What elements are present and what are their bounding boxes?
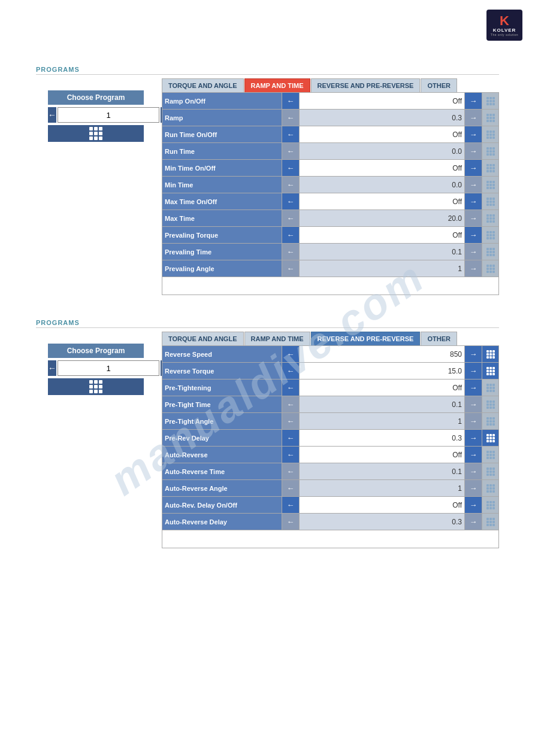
left-arrow-btn-4[interactable]: ← [283, 162, 298, 175]
left-arrow-cell-3[interactable]: ← [282, 143, 300, 160]
left-arrow-cell-6[interactable]: ← [282, 447, 300, 463]
right-arrow-cell-9[interactable]: → [465, 497, 482, 514]
right-arrow-cell-3[interactable]: → [465, 143, 482, 160]
left-arrow-cell-4[interactable]: ← [282, 160, 300, 177]
right-arrow-cell-10[interactable]: → [465, 514, 482, 530]
left-arrow-cell-1[interactable]: ← [282, 363, 300, 379]
left-arrow-btn-1[interactable]: ← [283, 365, 298, 378]
left-arrow-cell-8[interactable]: ← [282, 480, 300, 497]
grid-btn-2[interactable] [48, 378, 144, 395]
right-arrow-btn-8[interactable]: → [466, 482, 480, 495]
grid-cell-1[interactable] [482, 363, 499, 379]
tab-torque-angle-1[interactable]: TORQUE AND ANGLE [162, 78, 244, 92]
left-arrow-cell-9[interactable]: ← [282, 244, 300, 260]
right-arrow-cell-4[interactable]: → [465, 160, 482, 177]
left-arrow-btn-1[interactable]: ← [283, 111, 298, 125]
left-arrow-cell-7[interactable]: ← [282, 210, 300, 227]
right-arrow-btn-4[interactable]: → [466, 162, 480, 175]
left-arrow-btn-6[interactable]: ← [283, 195, 298, 208]
nav-prev-btn-1[interactable]: ← [48, 107, 56, 123]
left-arrow-btn-10[interactable]: ← [283, 515, 298, 529]
right-arrow-btn-10[interactable]: → [466, 515, 480, 529]
right-arrow-cell-7[interactable]: → [465, 210, 482, 227]
choose-program-btn-1[interactable]: Choose Program [48, 90, 144, 105]
left-arrow-btn-3[interactable]: ← [283, 398, 298, 411]
left-arrow-btn-7[interactable]: ← [283, 212, 298, 225]
left-arrow-btn-10[interactable]: ← [283, 262, 298, 275]
right-arrow-cell-1[interactable]: → [465, 363, 482, 379]
left-arrow-cell-0[interactable]: ← [282, 346, 300, 363]
right-arrow-btn-5[interactable]: → [466, 432, 480, 445]
tab-reverse-2[interactable]: REVERSE AND PRE-REVERSE [311, 332, 421, 345]
right-arrow-cell-0[interactable]: → [465, 93, 482, 110]
right-arrow-cell-6[interactable]: → [465, 193, 482, 210]
right-arrow-btn-5[interactable]: → [466, 178, 480, 192]
left-arrow-cell-1[interactable]: ← [282, 110, 300, 126]
left-arrow-cell-6[interactable]: ← [282, 193, 300, 210]
right-arrow-btn-9[interactable]: → [466, 499, 480, 512]
right-arrow-cell-2[interactable]: → [465, 126, 482, 143]
left-arrow-cell-7[interactable]: ← [282, 463, 300, 480]
right-arrow-btn-6[interactable]: → [466, 195, 480, 208]
left-arrow-btn-0[interactable]: ← [283, 348, 298, 361]
left-arrow-btn-5[interactable]: ← [283, 178, 298, 192]
right-arrow-btn-7[interactable]: → [466, 212, 480, 225]
left-arrow-cell-3[interactable]: ← [282, 396, 300, 413]
right-arrow-cell-1[interactable]: → [465, 110, 482, 126]
right-arrow-btn-8[interactable]: → [466, 229, 480, 242]
right-arrow-btn-2[interactable]: → [466, 128, 480, 141]
right-arrow-btn-7[interactable]: → [466, 465, 480, 478]
left-arrow-cell-10[interactable]: ← [282, 514, 300, 530]
right-arrow-btn-6[interactable]: → [466, 448, 480, 462]
left-arrow-btn-7[interactable]: ← [283, 465, 298, 478]
right-arrow-btn-1[interactable]: → [466, 111, 480, 125]
right-arrow-cell-8[interactable]: → [465, 480, 482, 497]
right-arrow-btn-2[interactable]: → [466, 381, 480, 394]
tab-ramp-time-2[interactable]: RAMP AND TIME [244, 332, 310, 345]
left-arrow-btn-9[interactable]: ← [283, 245, 298, 259]
left-arrow-cell-5[interactable]: ← [282, 177, 300, 193]
left-arrow-cell-8[interactable]: ← [282, 227, 300, 244]
right-arrow-cell-3[interactable]: → [465, 396, 482, 413]
right-arrow-cell-5[interactable]: → [465, 177, 482, 193]
right-arrow-btn-0[interactable]: → [466, 95, 480, 108]
left-arrow-btn-8[interactable]: ← [283, 229, 298, 242]
right-arrow-cell-10[interactable]: → [465, 260, 482, 277]
left-arrow-btn-8[interactable]: ← [283, 482, 298, 495]
left-arrow-btn-5[interactable]: ← [283, 432, 298, 445]
right-arrow-cell-6[interactable]: → [465, 447, 482, 463]
tab-ramp-time-1[interactable]: RAMP AND TIME [244, 78, 310, 92]
left-arrow-btn-2[interactable]: ← [283, 381, 298, 394]
left-arrow-btn-6[interactable]: ← [283, 448, 298, 462]
right-arrow-btn-3[interactable]: → [466, 145, 480, 158]
tab-reverse-1[interactable]: REVERSE AND PRE-REVERSE [311, 78, 421, 92]
tab-other-2[interactable]: OTHER [421, 332, 457, 345]
right-arrow-cell-7[interactable]: → [465, 463, 482, 480]
nav-prev-btn-2[interactable]: ← [48, 360, 56, 376]
left-arrow-cell-9[interactable]: ← [282, 497, 300, 514]
left-arrow-cell-2[interactable]: ← [282, 126, 300, 143]
left-arrow-btn-2[interactable]: ← [283, 128, 298, 141]
left-arrow-btn-0[interactable]: ← [283, 95, 298, 108]
left-arrow-cell-5[interactable]: ← [282, 430, 300, 447]
left-arrow-btn-4[interactable]: ← [283, 415, 298, 428]
right-arrow-cell-5[interactable]: → [465, 430, 482, 447]
right-arrow-cell-2[interactable]: → [465, 379, 482, 396]
left-arrow-cell-4[interactable]: ← [282, 413, 300, 430]
right-arrow-cell-0[interactable]: → [465, 346, 482, 363]
grid-btn-1[interactable] [48, 125, 144, 142]
left-arrow-btn-9[interactable]: ← [283, 499, 298, 512]
nav-input-2[interactable] [58, 360, 159, 376]
right-arrow-btn-9[interactable]: → [466, 245, 480, 259]
grid-cell-5[interactable] [482, 430, 499, 447]
nav-input-1[interactable] [58, 107, 159, 123]
right-arrow-btn-0[interactable]: → [466, 348, 480, 361]
right-arrow-btn-4[interactable]: → [466, 415, 480, 428]
choose-program-btn-2[interactable]: Choose Program [48, 344, 144, 358]
right-arrow-cell-9[interactable]: → [465, 244, 482, 260]
tab-torque-angle-2[interactable]: TORQUE AND ANGLE [162, 332, 244, 345]
left-arrow-btn-3[interactable]: ← [283, 145, 298, 158]
right-arrow-btn-10[interactable]: → [466, 262, 480, 275]
left-arrow-cell-0[interactable]: ← [282, 93, 300, 110]
left-arrow-cell-10[interactable]: ← [282, 260, 300, 277]
